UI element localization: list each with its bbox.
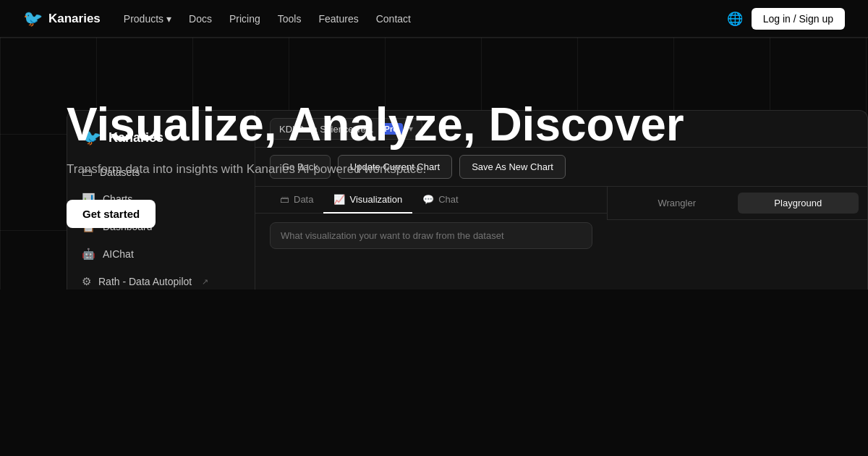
data-tab-icon: 🗃 (280, 194, 289, 205)
visualization-tab-icon: 📈 (333, 194, 345, 205)
chat-tab-icon: 💬 (422, 194, 434, 205)
tab-label-chat: Chat (438, 194, 458, 205)
nav-links: Products ▾ Docs Pricing Tools Features C… (124, 13, 411, 25)
tab-data[interactable]: 🗃 Data (270, 187, 323, 214)
content-row: 🗃 Data 📈 Visualization 💬 Chat (255, 187, 867, 290)
login-button[interactable]: Log in / Sign up (752, 8, 845, 30)
wrangler-playground-toggle: Wrangler Playground (608, 187, 867, 220)
nav-link-features[interactable]: Features (318, 13, 358, 25)
nav-logo: 🐦 Kanaries (23, 9, 101, 28)
logo-text: Kanaries (48, 12, 101, 26)
tab-visualization[interactable]: 📈 Visualization (323, 187, 412, 214)
navbar: 🐦 Kanaries Products ▾ Docs Pricing Tools… (0, 0, 868, 38)
tab-label-visualization: Visualization (349, 194, 402, 205)
right-panel: Wrangler Playground (607, 187, 867, 220)
nav-link-tools[interactable]: Tools (278, 13, 302, 25)
hero-heading: Visualize, Analyze, Discover (67, 99, 801, 150)
nav-left: 🐦 Kanaries Products ▾ Docs Pricing Tools… (23, 9, 411, 28)
wrangler-button[interactable]: Wrangler (616, 193, 738, 214)
nav-right: 🌐 Log in / Sign up (727, 8, 845, 30)
tab-label-data: Data (294, 194, 313, 205)
sidebar-item-label-aichat: AIChat (103, 248, 134, 260)
logo-bird-icon: 🐦 (23, 9, 43, 28)
nav-link-pricing[interactable]: Pricing (229, 13, 260, 25)
hero-subtext: Transform data into insights with Kanari… (67, 162, 801, 177)
sidebar-item-label-rath: Rath - Data Autopilot (98, 276, 192, 287)
tab-content-area (255, 214, 607, 258)
nav-link-contact[interactable]: Contact (376, 13, 411, 25)
sidebar-item-rath[interactable]: ⚙ Rath - Data Autopilot ↗ (67, 268, 255, 290)
chevron-down-icon: ▾ (166, 13, 171, 25)
aichat-icon: 🤖 (82, 248, 95, 261)
visualization-query-input[interactable] (270, 222, 592, 249)
hero-section: Visualize, Analyze, Discover Transform d… (0, 38, 868, 290)
sidebar-item-aichat[interactable]: 🤖 AIChat (67, 240, 255, 268)
nav-link-products[interactable]: Products ▾ (124, 13, 171, 25)
tab-chat[interactable]: 💬 Chat (412, 187, 468, 214)
tabs-panel: 🗃 Data 📈 Visualization 💬 Chat (255, 187, 607, 258)
tabs-bar: 🗃 Data 📈 Visualization 💬 Chat (255, 187, 607, 214)
nav-link-docs[interactable]: Docs (189, 13, 212, 25)
rath-icon: ⚙ (82, 275, 91, 288)
playground-button[interactable]: Playground (738, 193, 859, 214)
get-started-button[interactable]: Get started (67, 200, 156, 228)
language-icon[interactable]: 🌐 (727, 11, 743, 27)
external-link-icon: ↗ (202, 277, 208, 287)
